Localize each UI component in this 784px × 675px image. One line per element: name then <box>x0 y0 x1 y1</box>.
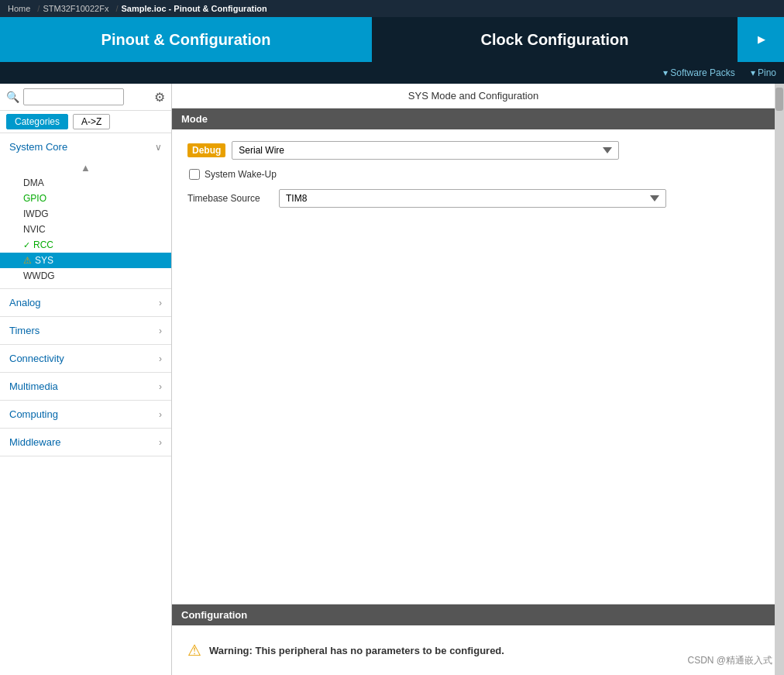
debug-label: Debug <box>187 143 225 157</box>
section-timers: Timers › <box>0 317 171 345</box>
multimedia-chevron-icon: › <box>159 381 162 392</box>
sidebar-item-nvic[interactable]: NVIC <box>0 222 171 237</box>
main-layout: 🔍 ⚙ Categories A->Z System Core ∨ ▲ DMA <box>0 84 784 675</box>
tab-clock[interactable]: Clock Configuration <box>372 17 738 62</box>
sidebar-item-dma[interactable]: DMA <box>0 175 171 191</box>
mode-header: Mode <box>172 108 775 129</box>
scrollbar-thumb <box>775 88 783 111</box>
middleware-header[interactable]: Middleware › <box>0 429 171 456</box>
middleware-label: Middleware <box>9 436 60 448</box>
section-analog: Analog › <box>0 289 171 317</box>
timers-chevron-icon: › <box>159 325 162 336</box>
tab-az[interactable]: A->Z <box>73 114 110 129</box>
chevron-down-icon: ∨ <box>155 142 162 153</box>
system-wakeup-checkbox[interactable] <box>189 169 200 180</box>
system-wakeup-row: System Wake-Up <box>187 169 759 180</box>
tab-pino-partial[interactable]: ▶ <box>738 17 784 62</box>
system-core-label: System Core <box>9 141 67 153</box>
rcc-label: RCC <box>33 239 53 250</box>
spacer-area <box>172 219 775 604</box>
nav-mcu[interactable]: STM32F10022Fx <box>43 4 108 13</box>
sys-label: SYS <box>35 255 53 266</box>
debug-row: Debug No DebugTrace Asynchronous SwJTAG … <box>187 141 759 160</box>
gpio-label: GPIO <box>23 193 46 204</box>
check-icon: ✓ <box>23 240 30 250</box>
computing-header[interactable]: Computing › <box>0 401 171 428</box>
content-area: SYS Mode and Configuration Mode Debug No… <box>172 84 775 675</box>
debug-select[interactable]: No DebugTrace Asynchronous SwJTAG (5 pin… <box>232 141 619 160</box>
watermark: CSDN @精通嵌入式 <box>687 654 772 667</box>
section-connectivity: Connectivity › <box>0 345 171 373</box>
sub-tab-software-packs[interactable]: ▾ Software Packs <box>663 67 735 78</box>
sidebar-item-rcc[interactable]: ✓ RCC <box>0 237 171 253</box>
computing-label: Computing <box>9 408 58 420</box>
top-nav: Home / STM32F10022Fx / Sample.ioc - Pino… <box>0 0 784 17</box>
analog-chevron-icon: › <box>159 298 162 308</box>
content-title: SYS Mode and Configuration <box>172 84 775 108</box>
multimedia-label: Multimedia <box>9 381 58 392</box>
computing-chevron-icon: › <box>159 409 162 420</box>
analog-header[interactable]: Analog › <box>0 289 171 316</box>
system-core-header[interactable]: System Core ∨ <box>0 133 171 160</box>
sidebar-tabs: Categories A->Z <box>0 111 171 133</box>
sidebar-item-sys[interactable]: ⚠ SYS <box>0 253 171 268</box>
nvic-label: NVIC <box>23 224 46 235</box>
sidebar-item-gpio[interactable]: GPIO <box>0 191 171 206</box>
section-computing: Computing › <box>0 401 171 429</box>
timebase-row: Timebase Source SysTickTIM1TIM2TIM8 <box>187 189 759 208</box>
section-middleware: Middleware › <box>0 429 171 456</box>
timers-label: Timers <box>9 325 40 336</box>
system-wakeup-label: System Wake-Up <box>205 169 277 180</box>
sidebar-item-iwdg[interactable]: IWDG <box>0 206 171 222</box>
timers-header[interactable]: Timers › <box>0 317 171 344</box>
warning-icon: ⚠ <box>187 641 201 660</box>
search-icon: 🔍 <box>6 91 19 103</box>
config-section: Configuration ⚠ Warning: This peripheral… <box>172 604 775 675</box>
tab-pinout-label: Pinout & Configuration <box>101 31 271 49</box>
sidebar-content: System Core ∨ ▲ DMA GPIO IWDG NVIC <box>0 133 171 675</box>
tab-bar: Pinout & Configuration Clock Configurati… <box>0 17 784 62</box>
search-input[interactable] <box>23 88 124 105</box>
sidebar: 🔍 ⚙ Categories A->Z System Core ∨ ▲ DMA <box>0 84 172 675</box>
iwdg-label: IWDG <box>23 208 49 219</box>
connectivity-label: Connectivity <box>9 353 64 364</box>
timebase-select[interactable]: SysTickTIM1TIM2TIM8 <box>279 189 666 208</box>
software-packs-label: ▾ Software Packs <box>663 67 735 78</box>
warning-message: Warning: This peripheral has no paramete… <box>209 645 504 656</box>
nav-sep1: / <box>37 4 40 13</box>
warning-area: ⚠ Warning: This peripheral has no parame… <box>172 625 775 675</box>
section-system-core: System Core ∨ ▲ DMA GPIO IWDG NVIC <box>0 133 171 289</box>
mode-form: Debug No DebugTrace Asynchronous SwJTAG … <box>172 129 775 219</box>
sub-tab-bar: ▾ Software Packs ▾ Pino <box>0 62 784 84</box>
mode-section-header: Mode <box>172 108 775 129</box>
tab-pino-text: ▶ <box>758 34 765 45</box>
tab-pinout[interactable]: Pinout & Configuration <box>0 17 372 62</box>
nav-current: Sample.ioc - Pinout & Configuration <box>121 4 266 13</box>
warning-triangle-icon: ⚠ <box>23 255 32 266</box>
tab-categories[interactable]: Categories <box>6 114 68 129</box>
sub-pinout-label: ▾ Pino <box>751 67 776 78</box>
sidebar-item-wwdg[interactable]: WWDG <box>0 268 171 284</box>
system-core-items: ▲ DMA GPIO IWDG NVIC ✓ RCC <box>0 160 171 288</box>
nav-sep2: / <box>115 4 118 13</box>
dma-label: DMA <box>23 177 44 188</box>
timebase-label: Timebase Source <box>187 193 273 204</box>
analog-label: Analog <box>9 297 40 308</box>
nav-home[interactable]: Home <box>8 4 30 13</box>
search-bar: 🔍 ⚙ <box>0 84 171 111</box>
middleware-chevron-icon: › <box>159 437 162 448</box>
connectivity-header[interactable]: Connectivity › <box>0 345 171 372</box>
tab-clock-label: Clock Configuration <box>480 31 628 49</box>
gear-icon[interactable]: ⚙ <box>154 90 165 105</box>
scroll-up-btn[interactable]: ▲ <box>0 160 171 175</box>
multimedia-header[interactable]: Multimedia › <box>0 373 171 400</box>
wwdg-label: WWDG <box>23 270 55 281</box>
sub-tab-pinout[interactable]: ▾ Pino <box>751 67 776 78</box>
connectivity-chevron-icon: › <box>159 353 162 364</box>
config-header: Configuration <box>172 604 775 625</box>
section-multimedia: Multimedia › <box>0 373 171 401</box>
right-scrollbar[interactable] <box>775 84 784 675</box>
